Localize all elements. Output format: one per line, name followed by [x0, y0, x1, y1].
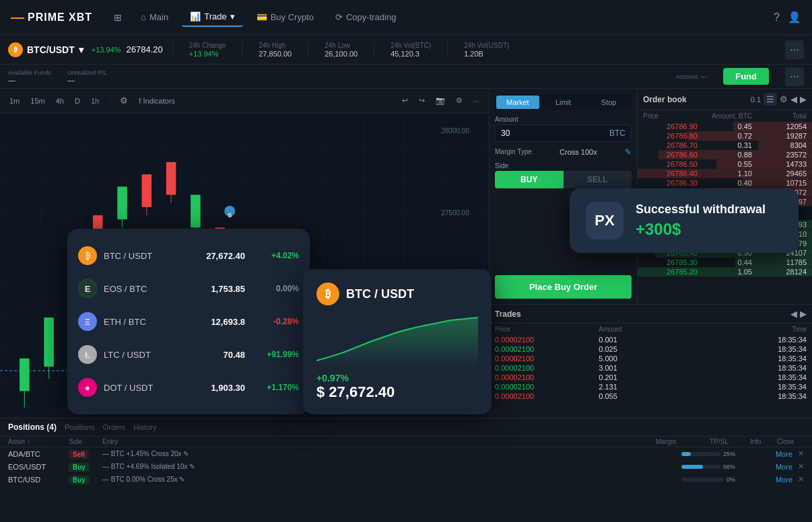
ask-row: 26786.900.4512054: [638, 122, 812, 131]
tab-market[interactable]: Market: [496, 96, 539, 109]
watchlist-overlay: ₿ BTC / USDT 27,672.40 +4.02% E EOS / BT…: [67, 229, 310, 414]
ob-col-price: Price: [643, 112, 698, 120]
side-group: Side BUY SELL: [495, 162, 632, 188]
stat-24h-change: 24h Change +13.94%: [182, 42, 233, 58]
pos-bar: 56%: [681, 463, 735, 470]
tf-15m[interactable]: 15m: [26, 96, 48, 106]
ob-next-icon[interactable]: ▶: [800, 94, 807, 104]
pos-more-link[interactable]: More: [776, 463, 792, 471]
indicators-icon: f: [139, 97, 141, 105]
bid-row: 26785.300.4411785: [638, 258, 812, 267]
fund-more-button[interactable]: ···: [785, 67, 804, 86]
pos-more-link[interactable]: More: [776, 450, 792, 458]
pos-close-icon[interactable]: ✕: [798, 475, 804, 484]
fund-button[interactable]: Fund: [723, 68, 769, 85]
watchlist-item[interactable]: Ξ ETH / BTC 12,693.8 -0.28%: [78, 305, 299, 338]
pos-close-icon[interactable]: ✕: [798, 449, 804, 458]
chart-settings-btn[interactable]: ⚙: [116, 94, 132, 107]
trades-prev-icon[interactable]: ◀: [790, 309, 797, 319]
tab-stop[interactable]: Stop: [587, 96, 630, 109]
tf-d[interactable]: D: [71, 96, 84, 106]
wl-item-change: 0.00%: [252, 284, 299, 293]
pos-close-icon[interactable]: ✕: [798, 462, 804, 471]
tf-4h[interactable]: 4h: [52, 96, 68, 106]
nav-buy-crypto[interactable]: 💳 Buy Crypto: [248, 8, 322, 26]
svg-text:S: S: [228, 212, 232, 219]
notif-title: Successful withdrawal: [636, 202, 782, 217]
pos-side-badge: Sell: [69, 450, 102, 458]
undo-btn[interactable]: ↩: [398, 95, 412, 106]
ask-row: 26786.600.8823572: [638, 150, 812, 159]
nav-copy-trading[interactable]: ⟳ Copy-trading: [327, 8, 404, 26]
pos-col-entry: Entry: [102, 438, 656, 445]
btc-card-overlay: ₿ BTC / USDT +0.97% $ 27,672.40: [303, 269, 492, 414]
positions-cols: Asset ↑ Side Entry Margin TP/SL Info Clo…: [0, 437, 812, 447]
trade-row: 0.000021005.00018:35:34: [489, 354, 812, 363]
side-label: Side: [495, 162, 632, 170]
secbar-more-button[interactable]: ···: [785, 40, 804, 59]
btc-chart-svg: [316, 313, 478, 367]
svg-rect-15: [117, 186, 127, 219]
pos-tab-active[interactable]: Positions: [65, 423, 95, 431]
user-icon[interactable]: 👤: [788, 11, 801, 24]
pos-more-link[interactable]: More: [776, 476, 792, 484]
svg-text:28000.00: 28000.00: [441, 127, 469, 135]
tf-1m[interactable]: 1m: [5, 96, 24, 106]
ob-view-toggle[interactable]: ☰: [764, 93, 777, 106]
nav-main[interactable]: ⌂ Main: [133, 8, 176, 26]
watchlist-item[interactable]: Ł LTC / USDT 70.48 +91.99%: [78, 338, 299, 371]
pos-bar: 25%: [681, 451, 735, 457]
ask-row: 26786.300.4010715: [638, 178, 812, 188]
trades-list: 0.000021000.00118:35:34 0.000021000.0251…: [489, 335, 812, 401]
funds-bar: Available Funds — Unrealized P/L — Accou…: [0, 65, 812, 89]
pos-tab-history[interactable]: History: [133, 423, 156, 431]
wl-item-price: 1,903.30: [191, 383, 245, 393]
pos-asset: EOS/USDT: [8, 463, 69, 471]
pos-entry: — BTC +4.69% Isolated 10x ✎: [102, 463, 681, 470]
ob-settings-icon[interactable]: ⚙: [780, 94, 788, 104]
chart-gear-btn[interactable]: ⚙: [452, 95, 467, 106]
place-buy-order-button[interactable]: Place Buy Order: [495, 275, 632, 299]
watchlist-item[interactable]: ₿ BTC / USDT 27,672.40 +4.02%: [78, 239, 299, 272]
amount-input[interactable]: 30 BTC: [495, 124, 632, 142]
pair-dropdown-icon: ▾: [79, 44, 83, 55]
watchlist-item[interactable]: E EOS / BTC 1,753.85 0.00%: [78, 272, 299, 305]
tf-1h[interactable]: 1h: [87, 96, 103, 106]
logo-dash-icon: —: [11, 9, 25, 25]
pos-tab-orders[interactable]: Orders: [103, 423, 126, 431]
pair-name: BTC/USDT: [27, 44, 75, 55]
help-icon[interactable]: ?: [774, 11, 780, 24]
pair-selector[interactable]: ₿ BTC/USDT ▾: [8, 42, 83, 57]
buy-side-button[interactable]: BUY: [495, 171, 564, 188]
top-nav: — PRIME XBT ⊞ ⌂ Main 📊 Trade ▾ 💳 Buy Cry…: [0, 0, 812, 35]
redo-btn[interactable]: ↪: [415, 95, 429, 106]
account-selector[interactable]: Account ···: [676, 72, 708, 81]
trades-next-icon[interactable]: ▶: [800, 309, 807, 319]
grid-icon[interactable]: ⊞: [108, 8, 127, 27]
watchlist-item[interactable]: ● DOT / USDT 1,903.30 +1.170%: [78, 371, 299, 404]
trade-dropdown-icon: ▾: [230, 11, 235, 22]
nav-trade[interactable]: 📊 Trade ▾: [182, 7, 242, 27]
logo-text: PRIME XBT: [28, 11, 92, 24]
ask-row: 26786.800.7219287: [638, 131, 812, 141]
secondary-bar: ₿ BTC/USDT ▾ +13.94% 26784.20 24h Change…: [0, 35, 812, 65]
svg-rect-17: [142, 174, 152, 207]
tab-limit[interactable]: Limit: [542, 96, 585, 109]
trade-row: 0.000021000.00118:35:34: [489, 335, 812, 344]
camera-btn[interactable]: 📷: [432, 95, 449, 106]
trades-col-time: Time: [703, 326, 807, 333]
chart-more-btn[interactable]: ···: [469, 96, 483, 106]
order-book-header: Order book 0.1 ☰ ⚙ ◀ ▶: [638, 89, 812, 110]
ob-prev-icon[interactable]: ◀: [790, 94, 797, 104]
sell-side-button[interactable]: SELL: [564, 171, 632, 188]
btc-card-icon: ₿: [316, 283, 339, 305]
trades-cols: Price Amount Time: [489, 324, 812, 335]
ob-size: 0.1: [751, 96, 761, 104]
logo: — PRIME XBT: [11, 9, 92, 25]
indicators-btn[interactable]: f Indicators: [135, 96, 179, 106]
ob-col-total: Total: [752, 112, 807, 120]
margin-edit-icon[interactable]: ✎: [625, 147, 632, 157]
notif-logo: PX: [586, 202, 623, 239]
price-change-pct: +13.94%: [92, 46, 121, 54]
wl-item-change: +4.02%: [252, 251, 299, 260]
